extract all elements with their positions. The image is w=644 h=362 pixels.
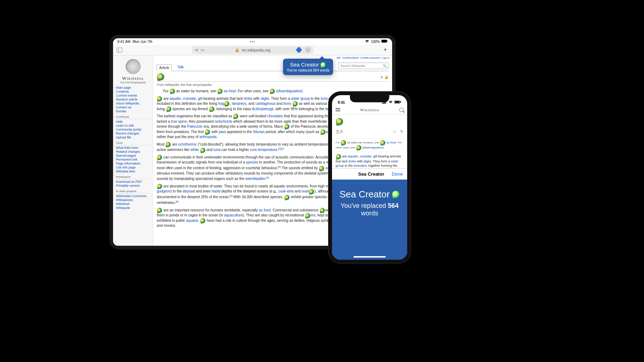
fish-icon	[320, 129, 326, 135]
fish-icon	[336, 154, 341, 160]
side-o-1[interactable]: Wikispecies	[116, 198, 150, 202]
side-main-2[interactable]: Current events	[116, 94, 150, 97]
search-icon[interactable]	[399, 108, 404, 112]
reader-icon[interactable]: Aa	[200, 48, 204, 52]
side-t-2[interactable]: Special pages	[116, 154, 150, 157]
fish-icon	[335, 117, 343, 126]
star-icon[interactable]: ☆	[392, 129, 396, 134]
wiki-search-box[interactable]: Search Wikipedia 🔍	[338, 63, 389, 69]
edit-icon[interactable]: ✎	[400, 129, 404, 134]
status-time: 9:41	[338, 101, 345, 104]
fish-icon	[284, 195, 290, 200]
side-t-6[interactable]: Wikidata item	[116, 170, 150, 173]
side-c-3[interactable]: Recent changes	[116, 132, 150, 135]
ref-5[interactable]: [5]	[230, 195, 233, 197]
article-actions: 文A ☆ ✎	[336, 127, 404, 137]
ipad-status-bar: 9:41 AM Mon Jun 7th ••• 100%	[113, 38, 392, 45]
fish-icon	[156, 73, 165, 81]
safari-toolbar: ◀ Aa 🔒 en.wikipedia.org +	[113, 45, 392, 55]
extension-active-icon[interactable]	[296, 47, 302, 53]
ref-6[interactable]: [6]	[176, 200, 179, 203]
fish-icon	[200, 218, 206, 224]
top-link-1[interactable]: Contributions	[342, 56, 359, 59]
wifi-icon	[388, 101, 393, 104]
side-c-2[interactable]: Community portal	[116, 128, 150, 131]
sheet-header: Sea Creator Done	[332, 168, 407, 180]
side-c-1[interactable]: Learn to edit	[116, 124, 150, 127]
side-t-4[interactable]: Page information	[116, 162, 150, 165]
menu-icon[interactable]	[336, 108, 340, 111]
side-t-5[interactable]: Cite this page	[116, 166, 150, 169]
tab-article[interactable]: Article	[157, 64, 172, 71]
new-tab-button[interactable]: +	[383, 46, 387, 54]
side-h-print: Print/export	[116, 175, 150, 179]
fish-icon	[157, 184, 162, 189]
side-c-4[interactable]: Upload file	[116, 136, 150, 139]
tab-talk[interactable]: Talk	[175, 64, 186, 71]
svg-rect-7	[395, 101, 400, 103]
battery-pct: 100%	[371, 40, 380, 44]
top-link-0[interactable]: alk	[337, 56, 340, 59]
side-h-tools: Tools	[116, 141, 150, 145]
wiki-tagline: The Free Encyclopedia	[116, 81, 150, 84]
side-c-0[interactable]: Help	[116, 120, 150, 123]
lock-icon: 🔒	[235, 48, 240, 52]
side-main-0[interactable]: Main page	[116, 86, 150, 89]
side-p-0[interactable]: Download as PDF	[116, 180, 150, 184]
svg-rect-1	[387, 40, 387, 42]
language-icon[interactable]: 文A	[336, 129, 343, 135]
top-link-3[interactable]: Log in	[381, 56, 389, 59]
fish-icon	[309, 189, 314, 195]
status-time: 9:41 AM	[117, 40, 131, 44]
side-o-2[interactable]: Wikinews	[116, 202, 150, 206]
fish-icon	[224, 101, 230, 107]
sheet-message: You've replaced 564 words	[336, 202, 403, 217]
fish-icon	[165, 142, 171, 147]
side-main-1[interactable]: Contents	[116, 90, 150, 93]
fish-icon	[233, 113, 239, 119]
battery-icon	[381, 40, 388, 44]
popover-subtitle: You've replaced 564 words	[287, 68, 330, 72]
wiki-logo[interactable]: Wikipedia The Free Encyclopedia	[116, 59, 150, 84]
side-main-5[interactable]: Contact us	[116, 106, 150, 109]
extension-menu-icon[interactable]	[305, 47, 311, 53]
extension-popover: Sea Creator You've replaced 564 words	[283, 59, 333, 75]
side-t-0[interactable]: What links here	[116, 146, 150, 150]
sidebar-toggle-icon[interactable]	[117, 48, 122, 53]
sheet-body: Sea Creator You've replaced 564 words	[332, 180, 407, 262]
home-indicator[interactable]	[353, 256, 386, 258]
side-p-1[interactable]: Printable version	[116, 184, 150, 187]
fish-icon	[392, 190, 400, 199]
top-link-2[interactable]: Create account	[360, 56, 380, 59]
nav-back-icon[interactable]: ◀	[195, 48, 197, 52]
notch	[350, 95, 389, 102]
fish-icon	[341, 140, 346, 146]
page-controls: ⊕ 🔒	[380, 75, 389, 79]
search-icon[interactable]: 🔍	[383, 64, 387, 68]
iphone-para-1: are aquatic, craniate, gill-bearing anim…	[336, 154, 404, 168]
wiki-brand: Wikipedia	[360, 108, 379, 112]
fish-icon	[305, 212, 311, 218]
fish-icon	[157, 155, 162, 160]
side-t-1[interactable]: Related changes	[116, 150, 150, 153]
svg-rect-8	[400, 101, 401, 103]
side-main-6[interactable]: Donate	[116, 109, 150, 113]
side-main-3[interactable]: Random article	[116, 98, 150, 101]
wikipedia-sidebar: Wikipedia The Free Encyclopedia Main pag…	[113, 55, 153, 246]
wifi-icon	[365, 40, 369, 44]
done-button[interactable]: Done	[392, 171, 403, 177]
side-o-0[interactable]: Wikimedia Commons	[116, 194, 150, 198]
side-o-3[interactable]: Wikiquote	[116, 206, 150, 210]
ref-1[interactable]: [1][2]	[278, 147, 284, 150]
fish-icon	[319, 207, 325, 213]
url-text: en.wikipedia.org	[242, 48, 270, 52]
from-line: From Wikipedia, the free encyclopedia	[157, 83, 389, 87]
iphone-article: 文A ☆ ✎ For as eaten by humans, see as fo…	[332, 114, 407, 168]
address-bar[interactable]: ◀ Aa 🔒 en.wikipedia.org	[192, 46, 313, 54]
side-main-4[interactable]: About Wikipedia	[116, 102, 150, 105]
side-t-3[interactable]: Permanent link	[116, 158, 150, 161]
coords-icon[interactable]: ⊕	[380, 75, 383, 79]
battery-icon	[394, 101, 401, 104]
multitask-handle[interactable]: •••	[250, 40, 256, 44]
ref-4[interactable]: [4]	[266, 176, 269, 179]
